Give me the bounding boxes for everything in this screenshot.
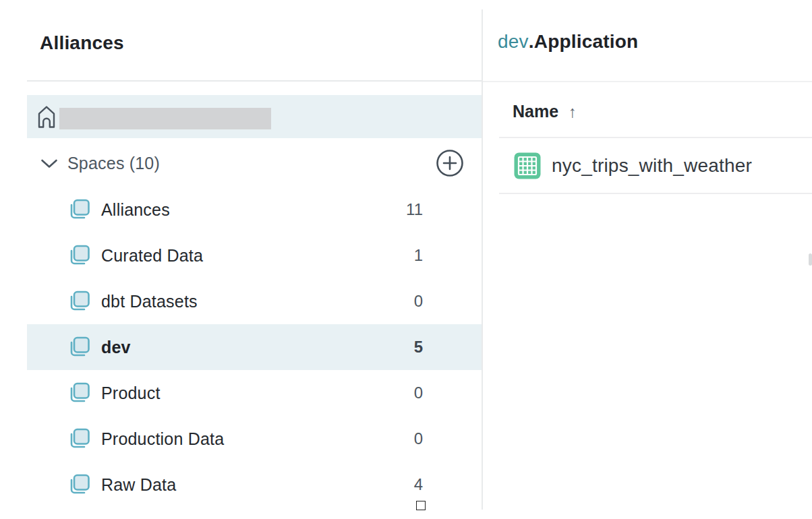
space-count-badge: 1: [414, 246, 423, 265]
space-name: Alliances: [101, 200, 170, 220]
cursor-artifact-square: [416, 501, 426, 510]
space-icon: [66, 197, 92, 222]
spaces-section-header: Spaces (10): [27, 148, 482, 179]
column-header-name[interactable]: Name↑: [513, 102, 577, 121]
space-icon: [66, 426, 92, 452]
space-count-badge: 0: [414, 292, 423, 311]
sort-ascending-icon: ↑: [569, 102, 577, 121]
space-icon: [66, 288, 92, 314]
home-icon: [37, 104, 56, 129]
sidebar-divider: [27, 80, 483, 82]
breadcrumb-space-link[interactable]: dev: [498, 31, 529, 52]
sidebar-item-product[interactable]: Product 0: [27, 370, 482, 416]
panel-divider: [482, 9, 483, 510]
add-space-button[interactable]: [436, 149, 464, 177]
space-name: Product: [101, 384, 161, 403]
dataset-name: nyc_trips_with_weather: [552, 155, 752, 177]
space-count-badge: 4: [414, 475, 423, 494]
space-icon: [66, 243, 92, 268]
table-row-nyc-trips-with-weather[interactable]: nyc_trips_with_weather: [499, 138, 812, 193]
space-count-badge: 11: [406, 200, 423, 219]
space-name: dev: [101, 338, 131, 357]
spaces-list: Alliances 11 Curated Data 1 dbt Datasets…: [27, 187, 482, 508]
space-icon: [66, 472, 92, 497]
column-header-name-label: Name: [513, 102, 558, 121]
space-count-badge: 5: [414, 338, 423, 357]
sidebar-item-raw-data[interactable]: Raw Data 4: [27, 462, 482, 508]
space-icon: [66, 380, 92, 406]
sidebar-item-curated-data[interactable]: Curated Data 1: [27, 233, 482, 278]
chevron-down-icon[interactable]: [40, 159, 58, 169]
space-name: Curated Data: [101, 246, 203, 266]
space-name: Raw Data: [101, 475, 176, 495]
page-title: Alliances: [40, 32, 124, 54]
home-nav-row[interactable]: [27, 95, 482, 138]
breadcrumb: dev.Application: [498, 31, 638, 53]
sidebar-item-production-data[interactable]: Production Data 0: [27, 416, 482, 462]
space-count-badge: 0: [414, 384, 423, 402]
breadcrumb-entity: Application: [534, 31, 639, 52]
panel-header-divider: [483, 81, 812, 82]
home-label-redacted: [59, 108, 271, 129]
space-name: dbt Datasets: [101, 292, 198, 311]
spaces-section-label[interactable]: Spaces (10): [67, 154, 160, 173]
table-row-divider: [499, 193, 812, 194]
sidebar-item-dbt-datasets[interactable]: dbt Datasets 0: [27, 278, 482, 324]
sidebar-item-alliances[interactable]: Alliances 11: [27, 187, 482, 233]
dataset-table-icon: [513, 152, 542, 180]
space-name: Production Data: [101, 429, 224, 449]
scrollbar-thumb[interactable]: [809, 253, 812, 266]
space-icon: [66, 334, 92, 360]
sidebar-item-dev[interactable]: dev 5: [27, 324, 482, 370]
breadcrumb-separator: .: [529, 31, 534, 52]
space-count-badge: 0: [414, 429, 423, 448]
